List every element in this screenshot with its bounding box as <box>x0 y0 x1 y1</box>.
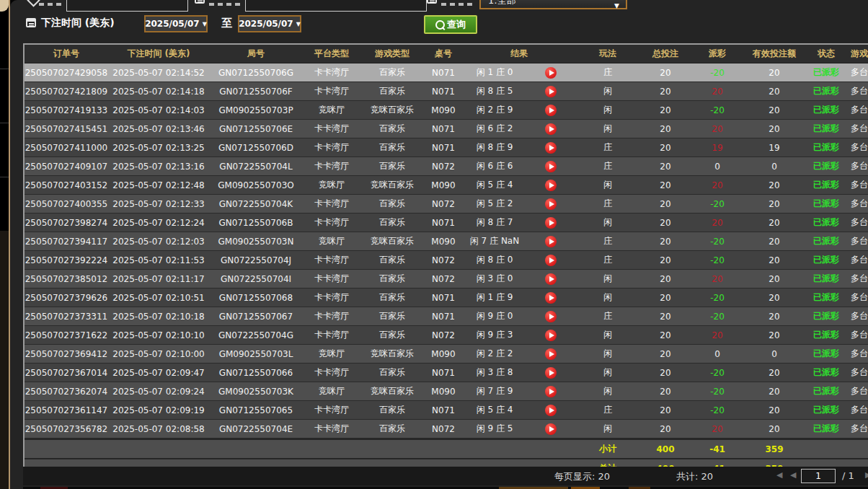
bet-time: 2025-05-07 02:14:03 <box>108 105 209 115</box>
game-mode: 多台 <box>848 216 868 229</box>
bet-time-label: 下注时间 (美东) <box>41 17 115 30</box>
header-status: 状态 <box>805 48 848 60</box>
replay-cell <box>526 217 575 229</box>
round-number: GN0722550704G <box>209 330 303 340</box>
payout: -20 <box>691 312 744 322</box>
play-replay-icon[interactable] <box>545 405 557 416</box>
table-row[interactable]: 2505070273694122025-05-07 02:10:00GM0902… <box>25 345 868 364</box>
order-number: 250507027369412 <box>25 349 108 359</box>
date-from-button[interactable]: 2025/05/07 ▼ <box>144 15 208 32</box>
table-row[interactable]: 2505070273620742025-05-07 02:09:24GM0902… <box>25 382 868 401</box>
round-number: GM0902550703K <box>209 387 303 397</box>
table-number: N071 <box>424 87 463 97</box>
play-replay-icon[interactable] <box>545 348 557 360</box>
filter-dropdown[interactable]: 1:全部 ▼ <box>479 0 627 9</box>
game-type: 百家乐 <box>360 66 424 79</box>
table-row[interactable]: 2505070273922242025-05-07 02:11:53GN0722… <box>25 251 868 270</box>
platform-type: 卡卡湾厅 <box>303 198 360 210</box>
play-replay-icon[interactable] <box>545 67 557 79</box>
play-replay-icon[interactable] <box>545 255 557 266</box>
status: 已派彩 <box>805 160 848 172</box>
next-page-arrow-icon[interactable]: ▶ <box>865 470 868 480</box>
play-replay-icon[interactable] <box>545 161 557 172</box>
play-replay-icon[interactable] <box>545 198 557 210</box>
background-page-strip <box>0 0 10 489</box>
result: 闲 9 庄 0 <box>463 310 526 322</box>
result: 闲 7 庄 9 <box>463 385 526 397</box>
table-number: N072 <box>424 274 463 284</box>
platform-type: 卡卡湾厅 <box>303 85 360 97</box>
table-row[interactable]: 2505070274003552025-05-07 02:12:33GN0722… <box>25 195 868 213</box>
replay-cell <box>526 423 575 435</box>
play-replay-icon[interactable] <box>545 217 557 229</box>
bet-time: 2025-05-07 02:10:51 <box>108 293 209 303</box>
query-button[interactable]: 查询 <box>424 15 477 34</box>
bet-time: 2025-05-07 02:09:47 <box>108 368 209 378</box>
game-type: 竞咪百家乐 <box>360 179 424 191</box>
status: 已派彩 <box>805 404 848 416</box>
valid-bet: 20 <box>744 105 805 115</box>
table-row[interactable]: 2505070274290582025-05-07 02:14:52GN0712… <box>25 63 868 82</box>
platform-type: 卡卡湾厅 <box>303 216 360 229</box>
play-replay-icon[interactable] <box>545 180 557 191</box>
play-replay-icon[interactable] <box>545 123 557 135</box>
result: 闲 2 庄 2 <box>463 348 526 360</box>
play-replay-icon[interactable] <box>545 273 557 285</box>
platform-type: 卡卡湾厅 <box>303 329 360 341</box>
table-row[interactable]: 2505070274031522025-05-07 02:12:48GM0902… <box>25 176 868 195</box>
total-bet: 20 <box>640 312 691 322</box>
total-bet: 20 <box>640 105 691 115</box>
table-row[interactable]: 2505070273796262025-05-07 02:10:51GN0712… <box>25 288 868 307</box>
play-replay-icon[interactable] <box>545 142 557 154</box>
table-row[interactable]: 2505070274191332025-05-07 02:14:03GM0902… <box>25 101 868 120</box>
date-to-button[interactable]: 2025/05/07 ▼ <box>238 15 301 32</box>
replay-cell <box>526 198 575 210</box>
table-row[interactable]: 2505070274110002025-05-07 02:13:25GN0712… <box>25 138 868 157</box>
status: 已派彩 <box>805 291 848 304</box>
table-row[interactable]: 2505070273567822025-05-07 02:08:58GN0722… <box>25 420 868 439</box>
filter-input-1[interactable] <box>66 0 188 12</box>
table-row[interactable]: 2505070273733112025-05-07 02:10:18GN0712… <box>25 307 868 326</box>
replay-cell <box>526 330 575 341</box>
table-row[interactable]: 2505070273982742025-05-07 02:12:24GN0712… <box>25 213 868 232</box>
result: 闲 8 庄 5 <box>463 85 526 97</box>
page-number-input[interactable]: 1 <box>801 469 836 483</box>
table-row[interactable]: 2505070273941172025-05-07 02:12:03GM0902… <box>25 232 868 251</box>
table-row[interactable]: 2505070274091072025-05-07 02:13:16GN0722… <box>25 157 868 176</box>
payout: -20 <box>691 368 744 378</box>
play-replay-icon[interactable] <box>545 367 557 379</box>
platform-type: 卡卡湾厅 <box>303 423 360 435</box>
play-replay-icon[interactable] <box>545 292 557 304</box>
total-bet: 20 <box>640 87 691 97</box>
play-replay-icon[interactable] <box>545 311 557 322</box>
table-row[interactable]: 2505070273611472025-05-07 02:09:19GN0712… <box>25 401 868 420</box>
order-number: 250507027415451 <box>25 124 108 134</box>
status: 已派彩 <box>805 123 848 135</box>
play-type: 庄 <box>575 160 640 172</box>
play-replay-icon[interactable] <box>545 86 557 97</box>
play-replay-icon[interactable] <box>545 330 557 341</box>
play-replay-icon[interactable] <box>545 386 557 397</box>
play-replay-icon[interactable] <box>545 423 557 435</box>
table-row[interactable]: 2505070273716222025-05-07 02:10:10GN0722… <box>25 326 868 345</box>
table-row[interactable]: 2505070273850122025-05-07 02:11:17GN0722… <box>25 270 868 288</box>
valid-bet: 20 <box>744 180 805 190</box>
play-replay-icon[interactable] <box>545 105 557 116</box>
first-page-arrow-icon[interactable]: ◀ <box>776 470 782 480</box>
play-replay-icon[interactable] <box>545 236 557 247</box>
total-bet: 20 <box>640 424 691 434</box>
prev-page-arrow-icon[interactable]: ◀ <box>790 470 796 480</box>
total-bet: 20 <box>640 199 691 209</box>
game-type: 百家乐 <box>360 366 424 379</box>
table-row[interactable]: 2505070274154512025-05-07 02:13:46GN0712… <box>25 120 868 138</box>
table-row[interactable]: 2505070273670142025-05-07 02:09:47GN0712… <box>25 364 868 382</box>
table-row[interactable]: 2505070274218092025-05-07 02:14:18GN0712… <box>25 82 868 101</box>
play-type: 庄 <box>575 310 640 322</box>
payout: 20 <box>691 274 744 284</box>
filter-input-2[interactable] <box>245 0 427 12</box>
bet-time: 2025-05-07 02:13:46 <box>108 124 209 134</box>
platform-type: 卡卡湾厅 <box>303 66 360 79</box>
header-round: 局号 <box>209 48 303 60</box>
filter-row-bet-time: 下注时间 (美东) 2025/05/07 ▼ 至 2025/05/07 ▼ 查询 <box>10 14 868 35</box>
replay-cell <box>526 86 575 97</box>
